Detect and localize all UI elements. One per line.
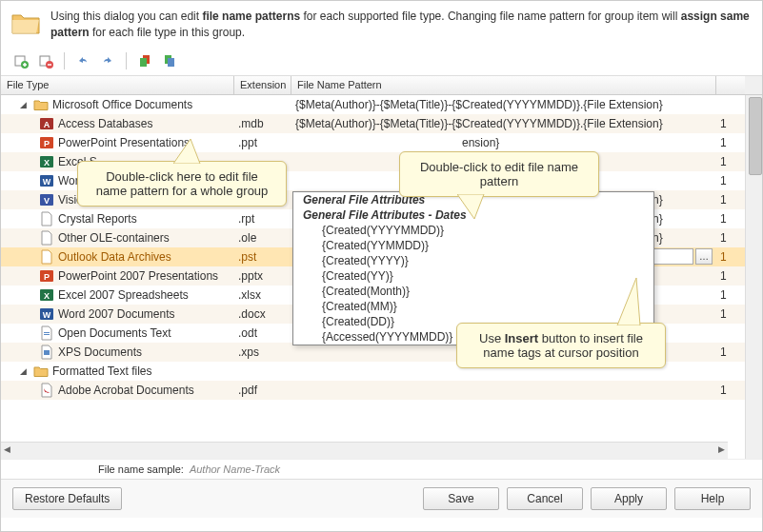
pattern-insert-button[interactable]: …: [695, 248, 713, 265]
expand-icon[interactable]: ◢: [20, 366, 30, 376]
svg-text:W: W: [43, 177, 51, 187]
excel-icon: X: [39, 287, 54, 303]
file-icon: [39, 230, 54, 246]
tooltip-insert-button: Use Insert button to insert file name ta…: [456, 323, 666, 368]
dropdown-item[interactable]: {Created(Month)}: [293, 284, 653, 299]
column-pattern[interactable]: File Name Pattern: [291, 76, 716, 94]
dialog-description: Using this dialog you can edit file name…: [50, 9, 753, 41]
file-icon: [39, 249, 54, 265]
toolbar-redo-icon[interactable]: [97, 50, 118, 71]
column-headers: File Type Extension File Name Pattern: [1, 76, 762, 95]
tooltip-group-edit: Double-click here to edit file name patt…: [77, 161, 287, 207]
tooltip-pattern-edit: Double-click to edit file name pattern: [399, 151, 599, 197]
xps-icon: [39, 345, 54, 360]
powerpoint-icon: P: [39, 135, 54, 150]
expand-icon[interactable]: ◢: [20, 100, 30, 109]
svg-text:P: P: [44, 272, 50, 282]
word-icon: W: [39, 173, 54, 188]
access-icon: A: [39, 116, 54, 131]
vertical-scrollbar[interactable]: [745, 95, 762, 459]
column-extension[interactable]: Extension: [234, 76, 291, 94]
table-row[interactable]: AAccess Databases .mdb {$Meta(Author)}-{…: [1, 114, 745, 133]
excel-icon: X: [39, 154, 54, 169]
folder-icon: [33, 364, 49, 379]
save-button[interactable]: Save: [423, 487, 499, 510]
svg-text:A: A: [44, 120, 50, 129]
column-count[interactable]: [716, 76, 745, 94]
apply-button[interactable]: Apply: [591, 487, 667, 510]
pdf-icon: [39, 383, 54, 398]
word-icon: W: [39, 306, 54, 322]
powerpoint-icon: P: [39, 268, 54, 284]
toolbar-export-icon[interactable]: [159, 50, 180, 71]
table-row[interactable]: Adobe Acrobat Documents .pdf 1: [1, 381, 745, 400]
dropdown-item[interactable]: {Created(YYMMDD)}: [293, 238, 653, 253]
svg-rect-26: [44, 350, 50, 355]
toolbar-undo-icon[interactable]: [72, 50, 93, 71]
svg-text:X: X: [44, 158, 50, 167]
dropdown-item[interactable]: {Created(MM)}: [293, 299, 653, 314]
restore-defaults-button[interactable]: Restore Defaults: [12, 487, 122, 510]
file-icon: [39, 211, 54, 227]
folder-large-icon: [10, 9, 41, 39]
horizontal-scrollbar[interactable]: [1, 442, 728, 459]
visio-icon: V: [39, 192, 54, 207]
svg-text:V: V: [44, 196, 50, 206]
svg-rect-7: [168, 58, 174, 67]
button-bar: Restore Defaults Save Cancel Apply Help: [1, 479, 762, 518]
file-name-sample: File name sample: Author Name-Track: [1, 459, 762, 479]
toolbar: [1, 47, 762, 76]
svg-rect-5: [140, 58, 147, 67]
svg-text:X: X: [44, 291, 50, 301]
help-button[interactable]: Help: [674, 487, 751, 510]
dropdown-item[interactable]: {Created(YYYYMMDD)}: [293, 223, 653, 238]
toolbar-import-icon[interactable]: [134, 50, 155, 71]
toolbar-remove-icon[interactable]: [35, 50, 56, 71]
cancel-button[interactable]: Cancel: [507, 487, 583, 510]
folder-icon: [33, 97, 49, 112]
svg-text:W: W: [43, 310, 51, 320]
dropdown-item[interactable]: {Created(YY)}: [293, 268, 653, 284]
odt-icon: [39, 325, 54, 341]
table-row[interactable]: PPowerPoint Presentations .ppt {$Meta(Au…: [1, 133, 745, 152]
dialog-header: Using this dialog you can edit file name…: [1, 1, 762, 47]
toolbar-add-icon[interactable]: [10, 50, 31, 71]
column-filetype[interactable]: File Type: [1, 76, 234, 94]
svg-rect-25: [44, 334, 50, 335]
svg-text:P: P: [44, 139, 50, 148]
group-row-office[interactable]: ◢Microsoft Office Documents {$Meta(Autho…: [1, 95, 745, 114]
svg-rect-24: [44, 332, 50, 333]
dropdown-item[interactable]: {Created(YYYY)}: [293, 253, 653, 268]
